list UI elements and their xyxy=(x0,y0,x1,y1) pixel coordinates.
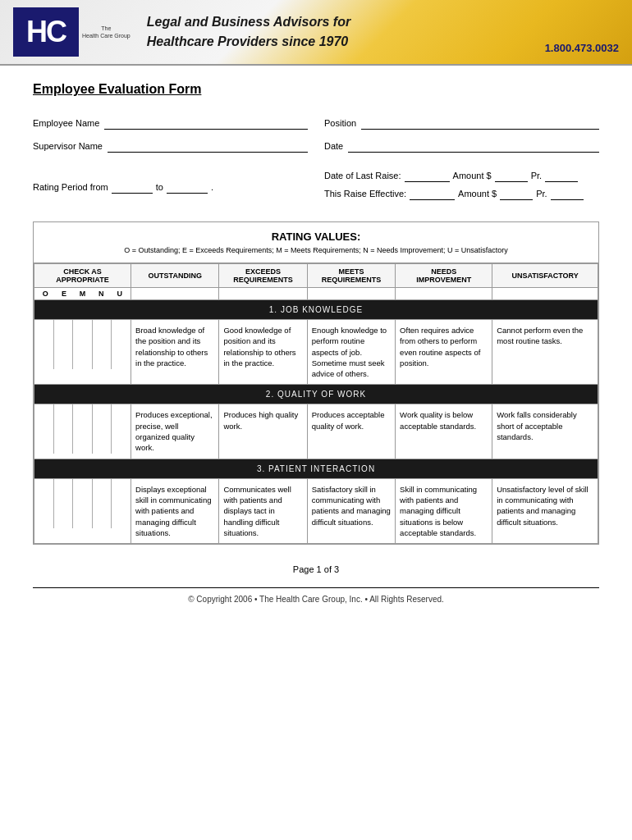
letter-m: M xyxy=(76,290,90,298)
section-desc-2: Displays exceptional skill in communicat… xyxy=(34,478,598,543)
rating-values-title: RATING VALUES: xyxy=(42,231,590,243)
employee-name-field: Employee Name xyxy=(33,116,308,130)
desc-unsatisfactory: Work falls considerably short of accepta… xyxy=(492,404,598,459)
employee-name-label: Employee Name xyxy=(33,118,99,128)
this-raise-pr-label: Pr. xyxy=(536,189,547,199)
this-raise-amount-label: Amount $ xyxy=(458,189,497,199)
last-raise-label: Date of Last Raise: xyxy=(324,171,401,180)
supervisor-name-label: Supervisor Name xyxy=(33,141,103,151)
page-number: Page 1 of 3 xyxy=(293,564,339,574)
last-raise-date-input[interactable] xyxy=(405,169,450,182)
desc-outstanding: Produces exceptional, precise, well orga… xyxy=(131,404,219,459)
desc-needs: Often requires advice from others to per… xyxy=(396,320,492,385)
desc-exceeds: Good knowledge of position and its relat… xyxy=(219,320,307,385)
last-raise-row: Date of Last Raise: Amount $ Pr. xyxy=(324,169,599,182)
date-field: Date xyxy=(324,139,599,153)
position-label: Position xyxy=(324,118,356,128)
this-raise-label: This Raise Effective: xyxy=(324,189,406,199)
desc-unsatisfactory: Unsatisfactory level of skill in communi… xyxy=(492,478,598,543)
header-needs: NEEDS IMPROVEMENT xyxy=(396,264,492,288)
section-header-0: 1. JOB KNOWLEDGE xyxy=(34,300,598,320)
rating-values-header: RATING VALUES: O = Outstanding; E = Exce… xyxy=(34,222,598,263)
desc-meets: Enough knowledge to perform routine aspe… xyxy=(307,320,395,385)
this-raise-date-input[interactable] xyxy=(410,187,455,200)
rating-table-wrapper: RATING VALUES: O = Outstanding; E = Exce… xyxy=(33,221,599,545)
last-raise-amount-input[interactable] xyxy=(495,169,528,182)
copyright-footer: © Copyright 2006 • The Health Care Group… xyxy=(33,587,599,604)
desc-meets: Produces acceptable quality of work. xyxy=(307,404,395,459)
logo-sub-line1: The xyxy=(82,25,131,32)
desc-outstanding: Displays exceptional skill in communicat… xyxy=(131,478,219,543)
employee-name-input[interactable] xyxy=(104,116,308,130)
letter-header-row: O E M N U xyxy=(34,288,598,300)
section-desc-0: Broad knowledge of the position and its … xyxy=(34,320,598,385)
header-outstanding: OUTSTANDING xyxy=(131,264,219,288)
header-exceeds: EXCEEDS REQUIREMENTS xyxy=(219,264,307,288)
desc-outstanding: Broad knowledge of the position and its … xyxy=(131,320,219,385)
header-tagline: Legal and Business Advisors for Healthca… xyxy=(131,12,545,52)
top-fields: Employee Name Position Supervisor Name D… xyxy=(33,116,599,153)
section-header-1: 2. QUALITY OF WORK xyxy=(34,385,598,404)
header-check-as: CHECK AS APPROPRIATE xyxy=(34,264,131,288)
supervisor-name-field: Supervisor Name xyxy=(33,139,308,153)
header-unsatisfactory: UNSATISFACTORY xyxy=(492,264,598,288)
tagline-line2: Healthcare Providers since 1970 xyxy=(147,32,545,52)
rating-to-label: to xyxy=(156,182,163,192)
checkbox-area[interactable] xyxy=(34,478,131,543)
page-footer: Page 1 of 3 xyxy=(33,558,599,574)
logo-box: HC xyxy=(13,7,79,57)
logo-text: HC xyxy=(26,15,66,49)
last-raise-amount-label: Amount $ xyxy=(453,171,492,180)
checkbox-area[interactable] xyxy=(34,320,131,385)
this-raise-row: This Raise Effective: Amount $ Pr. xyxy=(324,187,599,200)
rating-from-input[interactable] xyxy=(112,180,153,194)
raise-section: Date of Last Raise: Amount $ Pr. This Ra… xyxy=(324,169,599,205)
header-banner: HC The Health Care Group Legal and Busin… xyxy=(0,0,632,66)
letter-n: N xyxy=(94,290,108,298)
desc-unsatisfactory: Cannot perform even the most routine tas… xyxy=(492,320,598,385)
section-header-2: 3. PATIENT INTERACTION xyxy=(34,459,598,478)
date-label: Date xyxy=(324,141,343,151)
logo-sub-line2: Health Care Group xyxy=(82,32,131,39)
this-raise-pr-input[interactable] xyxy=(551,187,584,200)
desc-meets: Satisfactory skill in communicating with… xyxy=(307,478,395,543)
rating-raise-section: Rating Period from to . Date of Last Rai… xyxy=(33,169,599,205)
desc-exceeds: Produces high quality work. xyxy=(219,404,307,459)
checkbox-area[interactable] xyxy=(34,404,131,459)
desc-needs: Skill in communicating with patients and… xyxy=(396,478,492,543)
letter-e: E xyxy=(57,290,71,298)
date-input[interactable] xyxy=(348,139,599,153)
last-raise-pr-input[interactable] xyxy=(545,169,578,182)
table-header-row: CHECK AS APPROPRIATE OUTSTANDING EXCEEDS… xyxy=(34,264,598,288)
position-input[interactable] xyxy=(361,116,599,130)
desc-needs: Work quality is below acceptable standar… xyxy=(396,404,492,459)
letter-cells: O E M N U xyxy=(34,288,131,300)
rating-period-label: Rating Period from xyxy=(33,182,108,192)
header-meets: MEETS REQUIREMENTS xyxy=(307,264,395,288)
section-desc-1: Produces exceptional, precise, well orga… xyxy=(34,404,598,459)
rating-values-legend: O = Outstanding; E = Exceeds Requirement… xyxy=(42,246,590,254)
rating-period-row: Rating Period from to . xyxy=(33,169,308,205)
page-content: Employee Evaluation Form Employee Name P… xyxy=(0,66,632,620)
logo-subtitle: The Health Care Group xyxy=(82,25,131,39)
header-phone: 1.800.473.0032 xyxy=(545,42,619,57)
tagline-line1: Legal and Business Advisors for xyxy=(147,12,545,32)
last-raise-pr-label: Pr. xyxy=(531,171,542,180)
supervisor-name-input[interactable] xyxy=(108,139,308,153)
position-field: Position xyxy=(324,116,599,130)
rating-to-input[interactable] xyxy=(167,180,208,194)
form-title: Employee Evaluation Form xyxy=(33,82,599,97)
desc-exceeds: Communicates well with patients and disp… xyxy=(219,478,307,543)
letter-o: O xyxy=(38,290,53,298)
evaluation-table: CHECK AS APPROPRIATE OUTSTANDING EXCEEDS… xyxy=(34,263,598,544)
letter-u: U xyxy=(112,290,127,298)
this-raise-amount-input[interactable] xyxy=(500,187,533,200)
